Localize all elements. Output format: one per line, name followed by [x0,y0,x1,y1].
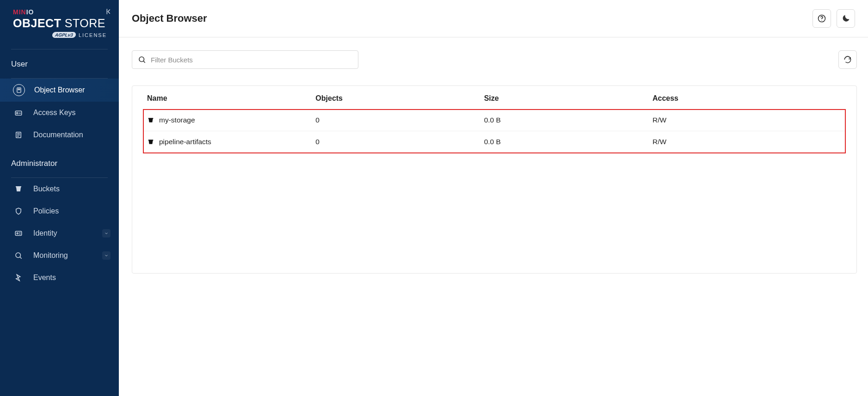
sidebar: MINIO OBJECT STORE AGPLv3 LICENSE User O… [0,0,119,396]
refresh-button[interactable] [838,50,857,69]
filter-buckets-search[interactable] [132,50,358,69]
chevron-down-icon [102,229,111,238]
logo-brand-min: MIN [13,8,26,16]
sidebar-item-label: Events [33,274,56,282]
object-browser-icon [13,84,25,96]
identity-icon [13,228,24,239]
bucket-name: pipeline-artifacts [159,138,211,146]
theme-toggle-button[interactable] [837,9,855,28]
sidebar-item-label: Documentation [33,131,83,139]
help-button[interactable] [813,9,831,28]
monitoring-icon [13,250,24,261]
chevron-down-icon [102,251,111,260]
bucket-access: R/W [649,131,845,153]
sidebar-collapse-button[interactable] [104,6,114,17]
table-row[interactable]: pipeline-artifacts 0 0.0 B R/W [143,131,845,153]
page-title: Object Browser [132,12,207,24]
svg-rect-20 [148,118,154,119]
sidebar-item-label: Policies [33,207,59,215]
top-actions [813,9,855,28]
main: Object Browser [119,0,868,396]
bucket-objects: 0 [312,131,480,153]
buckets-table: Name Objects Size Access my [143,86,845,153]
events-icon [13,272,24,283]
col-header-objects[interactable]: Objects [312,86,480,110]
moon-icon [841,14,850,23]
sidebar-item-label: Identity [33,229,57,238]
bucket-access: R/W [649,110,845,131]
bucket-icon [147,138,154,146]
svg-point-18 [139,57,144,62]
svg-line-19 [143,61,145,62]
sidebar-item-label: Access Keys [33,109,76,117]
logo-brand: MINIO [13,8,108,16]
filter-row [132,50,857,69]
filter-buckets-input[interactable] [151,56,352,64]
sidebar-admin-list: Buckets Policies Identity Monitoring [0,178,119,292]
search-icon [138,55,146,64]
policies-icon [13,206,24,217]
documentation-icon [13,129,24,140]
bucket-name: my-storage [159,116,195,124]
col-header-name[interactable]: Name [143,86,312,110]
sidebar-item-label: Object Browser [34,86,85,94]
table-header-row: Name Objects Size Access [143,86,845,110]
refresh-icon [843,55,852,64]
logo-title: OBJECT STORE [13,17,108,30]
logo-brand-io: IO [26,8,34,16]
bucket-objects: 0 [312,110,480,131]
bucket-size: 0.0 B [480,110,649,131]
license-badge: AGPLv3 [52,32,76,38]
buckets-table-card: Name Objects Size Access my [132,85,857,274]
col-header-access[interactable]: Access [649,86,845,110]
svg-rect-21 [148,140,154,140]
col-header-size[interactable]: Size [480,86,649,110]
logo: MINIO OBJECT STORE AGPLv3 LICENSE [0,0,119,45]
svg-point-11 [17,233,18,234]
bucket-icon [147,116,154,124]
buckets-body-highlight: my-storage 0 0.0 B R/W [143,110,845,153]
logo-title-light: STORE [65,17,105,30]
sidebar-item-object-browser[interactable]: Object Browser [0,79,119,102]
license-label: LICENSE [79,32,107,38]
bucket-icon [13,183,24,195]
svg-rect-9 [16,186,21,187]
svg-line-15 [20,257,22,259]
bucket-size: 0.0 B [480,131,649,153]
sidebar-item-label: Monitoring [33,251,68,260]
sidebar-section-title-admin: Administrator [0,149,119,174]
collapse-icon [105,8,113,15]
sidebar-item-documentation[interactable]: Documentation [0,124,119,146]
sidebar-item-monitoring[interactable]: Monitoring [0,244,119,267]
sidebar-item-access-keys[interactable]: Access Keys [0,102,119,124]
sidebar-item-label: Buckets [33,185,60,193]
content: Name Objects Size Access my [119,37,868,396]
logo-license: AGPLv3 LICENSE [13,32,108,38]
sidebar-user-list: Object Browser Access Keys Documentation [0,79,119,149]
sidebar-item-buckets[interactable]: Buckets [0,178,119,200]
sidebar-section-title-user: User [0,49,119,74]
sidebar-item-policies[interactable]: Policies [0,200,119,222]
access-keys-icon [13,107,24,118]
help-icon [817,14,826,23]
svg-point-4 [17,112,18,114]
sidebar-item-events[interactable]: Events [0,267,119,289]
table-row[interactable]: my-storage 0 0.0 B R/W [143,110,845,131]
svg-point-17 [821,20,822,21]
topbar: Object Browser [119,0,868,37]
svg-rect-2 [18,89,20,90]
logo-title-bold: OBJECT [13,17,61,30]
svg-point-14 [16,253,21,258]
sidebar-item-identity[interactable]: Identity [0,222,119,244]
